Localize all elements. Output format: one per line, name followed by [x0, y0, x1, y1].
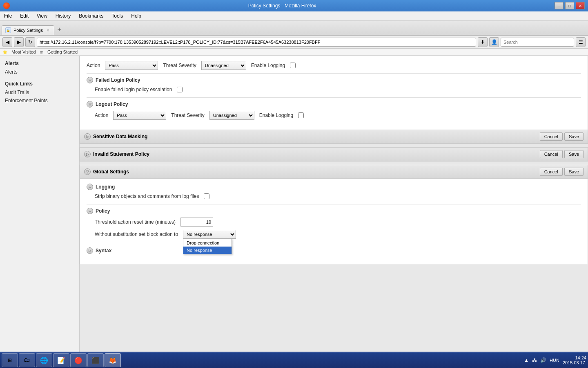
- substitution-row: Without substitution set block action to…: [95, 230, 581, 239]
- tab-policy-settings[interactable]: 🔒 Policy Settings ×: [2, 25, 54, 35]
- threshold-row: Threshold action reset time (minutes): [95, 218, 581, 227]
- login-action-select[interactable]: Pass: [105, 61, 158, 70]
- logout-enable-logging-checkbox[interactable]: [298, 112, 304, 118]
- policy-section: ▽ Policy Threshold action reset time (mi…: [87, 208, 581, 239]
- sidebar: Alerts Alerts Quick Links Audit Trails E…: [0, 56, 80, 352]
- sidebar-quicklinks-header: Quick Links: [0, 79, 79, 88]
- global-settings-buttons: Cancel Save: [540, 168, 584, 176]
- global-settings-save-btn[interactable]: Save: [564, 168, 584, 176]
- profile-btn[interactable]: 👤: [489, 37, 499, 47]
- login-enable-logging-label: Enable Logging: [251, 63, 285, 68]
- logout-collapse-icon[interactable]: ▽: [87, 101, 93, 108]
- logging-collapse-icon[interactable]: ▽: [87, 184, 93, 190]
- sensitive-data-collapse-icon[interactable]: ▷: [84, 133, 91, 140]
- close-btn[interactable]: ✕: [576, 2, 585, 9]
- sensitive-data-title: Sensitive Data Masking: [93, 134, 147, 139]
- global-settings-panel: ▽ Global Settings Cancel Save ▽ Logging …: [80, 165, 588, 264]
- failed-login-title: Failed Login Policy: [96, 77, 140, 83]
- menu-bookmarks[interactable]: Bookmarks: [76, 12, 106, 20]
- login-threat-select[interactable]: Unassigned: [201, 61, 246, 70]
- syntax-title: Syntax: [96, 248, 111, 254]
- login-policy-body: Action Pass Threat Severity Unassigned E…: [80, 56, 588, 130]
- forward-btn[interactable]: ▶: [14, 37, 24, 47]
- global-settings-header: ▽ Global Settings Cancel Save: [80, 165, 588, 179]
- threshold-label: Threshold action reset time (minutes): [95, 219, 176, 225]
- sensitive-data-save-btn[interactable]: Save: [564, 132, 584, 141]
- invalid-statement-cancel-btn[interactable]: Cancel: [540, 150, 563, 158]
- logout-threat-label: Threat Severity: [171, 112, 204, 118]
- menu-btn[interactable]: ☰: [576, 37, 586, 47]
- menu-file[interactable]: File: [2, 12, 14, 20]
- substitution-dropdown-container: No response Drop connection Drop connect…: [183, 230, 236, 239]
- address-bar: ◀ ▶ ↻ ⬇ 👤 ☰: [0, 36, 588, 49]
- window-controls: ─ □ ✕: [555, 2, 585, 9]
- logout-threat-select[interactable]: Unassigned: [209, 111, 254, 120]
- window-title: Policy Settings - Mozilla Firefox: [10, 3, 555, 9]
- failed-login-enable-checkbox[interactable]: [177, 87, 183, 92]
- tab-close-btn[interactable]: ×: [45, 27, 50, 33]
- threshold-input[interactable]: [180, 218, 213, 227]
- search-input[interactable]: [501, 38, 574, 47]
- menu-view[interactable]: View: [34, 12, 50, 20]
- content-area[interactable]: Action Pass Threat Severity Unassigned E…: [80, 56, 588, 352]
- substitution-select[interactable]: No response Drop connection: [183, 230, 236, 239]
- menu-help[interactable]: Help: [129, 12, 144, 20]
- divider-2: [87, 97, 581, 98]
- downloads-btn[interactable]: ⬇: [478, 37, 488, 47]
- global-settings-collapse-icon[interactable]: ▽: [84, 168, 91, 175]
- minimize-btn[interactable]: ─: [555, 2, 564, 9]
- sidebar-alerts-header: Alerts: [0, 59, 79, 68]
- invalid-statement-save-btn[interactable]: Save: [564, 150, 584, 158]
- invalid-statement-buttons: Cancel Save: [540, 150, 584, 158]
- tab-page-icon: 🔒: [5, 27, 11, 33]
- substitution-label: Without substitution set block action to: [95, 231, 178, 237]
- dropdown-option-drop[interactable]: Drop connection: [183, 239, 232, 247]
- strip-binary-row: Strip binary objects and comments from l…: [95, 193, 581, 199]
- logout-enable-logging-label: Enable Logging: [259, 112, 293, 118]
- failed-login-section: ▽ Failed Login Policy Enable failed logi…: [87, 77, 581, 92]
- invalid-statement-collapse-icon[interactable]: ▷: [84, 151, 91, 157]
- sensitive-data-header-left: ▷ Sensitive Data Masking: [84, 133, 147, 140]
- failed-login-collapse-icon[interactable]: ▽: [87, 77, 93, 83]
- address-input[interactable]: [37, 38, 476, 47]
- browser-content: Alerts Alerts Quick Links Audit Trails E…: [0, 56, 588, 352]
- refresh-btn[interactable]: ↻: [25, 37, 35, 47]
- invalid-statement-header-left: ▷ Invalid Statement Policy: [84, 151, 149, 157]
- policy-title: Policy: [96, 208, 110, 214]
- strip-binary-checkbox[interactable]: [204, 193, 209, 199]
- sensitive-data-cancel-btn[interactable]: Cancel: [540, 132, 563, 141]
- logout-action-label: Action: [95, 112, 108, 118]
- tab-label: Policy Settings: [13, 28, 43, 33]
- sidebar-item-enforcement-points[interactable]: Enforcement Points: [0, 96, 79, 105]
- getting-started-bookmark[interactable]: Getting Started: [47, 49, 78, 54]
- login-enable-logging-checkbox[interactable]: [290, 63, 296, 68]
- sidebar-item-alerts[interactable]: Alerts: [0, 68, 79, 76]
- policy-collapse-icon[interactable]: ▽: [87, 208, 93, 214]
- sensitive-data-header: ▷ Sensitive Data Masking Cancel Save: [80, 130, 588, 144]
- logout-action-select[interactable]: Pass: [113, 111, 166, 120]
- menu-edit[interactable]: Edit: [18, 12, 31, 20]
- new-tab-btn[interactable]: +: [54, 24, 65, 35]
- bookmarks-bar: ⭐ Most Visited m Getting Started: [0, 49, 588, 56]
- login-policy-panel: Action Pass Threat Severity Unassigned E…: [80, 56, 588, 130]
- strip-binary-label: Strip binary objects and comments from l…: [95, 193, 199, 199]
- tab-bar: 🔒 Policy Settings × +: [0, 21, 588, 36]
- back-btn[interactable]: ◀: [2, 37, 12, 47]
- global-settings-header-left: ▽ Global Settings: [84, 168, 129, 175]
- most-visited-bookmark[interactable]: Most Visited: [11, 49, 36, 54]
- menu-tools[interactable]: Tools: [109, 12, 125, 20]
- syntax-header: ▷ Syntax: [87, 247, 581, 254]
- maximize-btn[interactable]: □: [565, 2, 574, 9]
- invalid-statement-header: ▷ Invalid Statement Policy Cancel Save: [80, 148, 588, 161]
- logging-section: ▽ Logging Strip binary objects and comme…: [87, 184, 581, 199]
- sidebar-item-audit-trails[interactable]: Audit Trails: [0, 88, 79, 96]
- global-settings-cancel-btn[interactable]: Cancel: [540, 168, 563, 176]
- menu-history[interactable]: History: [53, 12, 73, 20]
- logout-policy-header: ▽ Logout Policy: [87, 101, 581, 108]
- dropdown-option-noresponse[interactable]: No response: [183, 247, 232, 254]
- login-threat-label: Threat Severity: [163, 63, 196, 68]
- substitution-dropdown-list: Drop connection No response: [183, 239, 232, 254]
- login-policy-action-row: Action Pass Threat Severity Unassigned E…: [87, 61, 581, 70]
- sensitive-data-panel: ▷ Sensitive Data Masking Cancel Save: [80, 130, 588, 144]
- syntax-collapse-icon[interactable]: ▷: [87, 247, 93, 254]
